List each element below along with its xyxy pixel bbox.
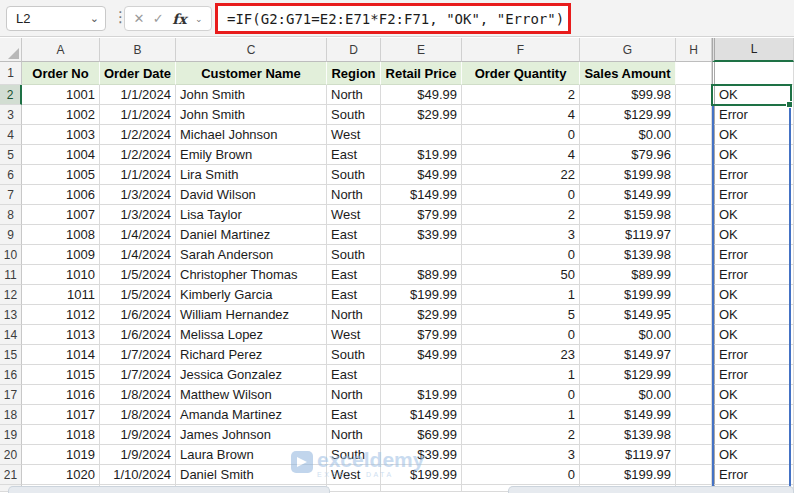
row-number[interactable]: 13 <box>0 305 22 325</box>
cell-h1-empty[interactable] <box>676 62 712 85</box>
cell-customer-name[interactable]: Christopher Thomas <box>176 265 327 285</box>
cell-retail-price[interactable] <box>381 245 462 265</box>
cell-region[interactable]: North <box>327 85 381 105</box>
cell-sales-amount[interactable]: $149.99 <box>580 405 676 425</box>
cell-order-no[interactable]: 1009 <box>22 245 100 265</box>
cell-order-quantity[interactable]: 0 <box>462 245 580 265</box>
cell-h-empty[interactable] <box>676 205 712 225</box>
cell-region[interactable]: West <box>327 125 381 145</box>
cell-status[interactable]: OK <box>712 305 794 325</box>
cell-order-no[interactable]: 1003 <box>22 125 100 145</box>
column-header-a[interactable]: A <box>22 38 100 62</box>
cell-sales-amount[interactable]: $0.00 <box>580 125 676 145</box>
cell-order-date[interactable]: 1/4/2024 <box>100 225 176 245</box>
cell-order-no[interactable]: 1016 <box>22 385 100 405</box>
cell-order-no[interactable]: 1012 <box>22 305 100 325</box>
cell-order-quantity[interactable]: 23 <box>462 345 580 365</box>
column-header-b[interactable]: B <box>100 38 176 62</box>
cell-order-quantity[interactable]: 3 <box>462 445 580 465</box>
cell-order-date[interactable]: 1/9/2024 <box>100 425 176 445</box>
header-order-quantity[interactable]: Order Quantity <box>462 62 580 85</box>
cell-status[interactable]: Error <box>712 185 794 205</box>
cell-order-date[interactable]: 1/6/2024 <box>100 305 176 325</box>
cell-region[interactable]: East <box>327 285 381 305</box>
cell-customer-name[interactable]: John Smith <box>176 105 327 125</box>
header-order-date[interactable]: Order Date <box>100 62 176 85</box>
cell-region[interactable]: West <box>327 205 381 225</box>
cell-order-no[interactable]: 1006 <box>22 185 100 205</box>
cell-region[interactable]: North <box>327 385 381 405</box>
cell-retail-price[interactable]: $29.99 <box>381 305 462 325</box>
cell-retail-price[interactable]: $199.99 <box>381 285 462 305</box>
cell-order-quantity[interactable]: 4 <box>462 105 580 125</box>
cell-status[interactable]: Error <box>712 465 794 485</box>
cell-order-date[interactable]: 1/3/2024 <box>100 185 176 205</box>
cell-customer-name[interactable]: Jessica Gonzalez <box>176 365 327 385</box>
row-number[interactable]: 4 <box>0 125 22 145</box>
header-region[interactable]: Region <box>327 62 381 85</box>
cell-customer-name[interactable]: David Wilson <box>176 185 327 205</box>
cell-retail-price[interactable]: $39.99 <box>381 225 462 245</box>
fill-handle[interactable] <box>786 101 793 108</box>
cell-retail-price[interactable]: $149.99 <box>381 405 462 425</box>
cell-status[interactable]: Error <box>712 165 794 185</box>
cell-customer-name[interactable]: Amanda Martinez <box>176 405 327 425</box>
cell-h-empty[interactable] <box>676 425 712 445</box>
cell-sales-amount[interactable]: $119.97 <box>580 225 676 245</box>
column-header-d[interactable]: D <box>327 38 381 62</box>
cell-order-date[interactable]: 1/1/2024 <box>100 165 176 185</box>
row-number[interactable]: 10 <box>0 245 22 265</box>
cell-h-empty[interactable] <box>676 445 712 465</box>
row-number[interactable]: 15 <box>0 345 22 365</box>
cell-sales-amount[interactable]: $89.99 <box>580 265 676 285</box>
header-retail-price[interactable]: Retail Price <box>381 62 462 85</box>
cell-order-date[interactable]: 1/4/2024 <box>100 245 176 265</box>
cell-customer-name[interactable]: Melissa Lopez <box>176 325 327 345</box>
cell-customer-name[interactable]: Laura Brown <box>176 445 327 465</box>
row-number[interactable]: 12 <box>0 285 22 305</box>
cell-order-date[interactable]: 1/2/2024 <box>100 145 176 165</box>
cell-retail-price[interactable]: $89.99 <box>381 265 462 285</box>
cell-h-empty[interactable] <box>676 245 712 265</box>
cell-order-date[interactable]: 1/5/2024 <box>100 285 176 305</box>
row-number[interactable]: 11 <box>0 265 22 285</box>
cell-order-quantity[interactable]: 0 <box>462 325 580 345</box>
cell-sales-amount[interactable]: $139.98 <box>580 245 676 265</box>
cell-h-empty[interactable] <box>676 225 712 245</box>
cell-sales-amount[interactable]: $129.99 <box>580 365 676 385</box>
cell-order-quantity[interactable]: 22 <box>462 165 580 185</box>
enter-icon[interactable]: ✓ <box>153 11 164 26</box>
cell-order-date[interactable]: 1/5/2024 <box>100 265 176 285</box>
cell-order-no[interactable]: 1005 <box>22 165 100 185</box>
cell-order-no[interactable]: 1013 <box>22 325 100 345</box>
cell-order-no[interactable]: 1015 <box>22 365 100 385</box>
cell-retail-price[interactable]: $19.99 <box>381 385 462 405</box>
row-number[interactable]: 21 <box>0 465 22 485</box>
cell-order-no[interactable]: 1014 <box>22 345 100 365</box>
cell-sales-amount[interactable]: $199.98 <box>580 165 676 185</box>
cell-region[interactable]: East <box>327 265 381 285</box>
cell-order-quantity[interactable]: 1 <box>462 365 580 385</box>
cell-order-date[interactable]: 1/7/2024 <box>100 365 176 385</box>
cell-sales-amount[interactable]: $0.00 <box>580 325 676 345</box>
cell-order-quantity[interactable]: 1 <box>462 405 580 425</box>
cell-order-date[interactable]: 1/7/2024 <box>100 345 176 365</box>
cell-order-no[interactable]: 1010 <box>22 265 100 285</box>
cell-retail-price[interactable]: $19.99 <box>381 145 462 165</box>
cell-order-quantity[interactable]: 2 <box>462 205 580 225</box>
cell-h-empty[interactable] <box>676 465 712 485</box>
row-number[interactable]: 5 <box>0 145 22 165</box>
cell-order-quantity[interactable]: 2 <box>462 85 580 105</box>
cell-sales-amount[interactable]: $119.97 <box>580 445 676 465</box>
cell-retail-price[interactable]: $199.99 <box>381 465 462 485</box>
cell-h-empty[interactable] <box>676 105 712 125</box>
row-number[interactable]: 18 <box>0 405 22 425</box>
cell[interactable] <box>381 485 462 492</box>
insert-function-icon[interactable]: fx <box>172 11 186 27</box>
cell-region[interactable]: West <box>327 465 381 485</box>
row-number[interactable]: 6 <box>0 165 22 185</box>
cancel-icon[interactable]: ✕ <box>133 11 144 26</box>
cell-region[interactable]: East <box>327 225 381 245</box>
cell-region[interactable]: South <box>327 245 381 265</box>
row-number[interactable]: 1 <box>0 62 22 85</box>
